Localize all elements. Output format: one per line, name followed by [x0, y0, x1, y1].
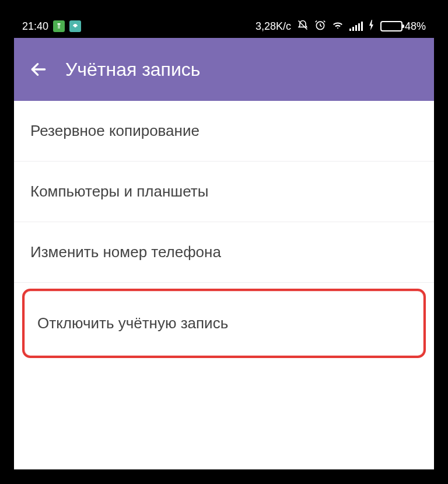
settings-item-change-number[interactable]: Изменить номер телефона [14, 222, 434, 283]
signal-icon [349, 22, 363, 31]
settings-item-backup[interactable]: Резервное копирование [14, 101, 434, 162]
app-header: Учётная запись [14, 38, 434, 101]
settings-item-label: Изменить номер телефона [30, 243, 221, 261]
page-title: Учётная запись [65, 59, 200, 80]
status-left: 21:40 [22, 20, 81, 33]
back-button[interactable] [26, 57, 51, 82]
settings-item-label: Компьютеры и планшеты [30, 183, 208, 200]
status-bar: 21:40 3,28K/c [14, 15, 434, 38]
data-rate: 3,28K/c [256, 20, 291, 33]
phone-screen: 21:40 3,28K/c [14, 15, 434, 469]
settings-item-devices[interactable]: Компьютеры и планшеты [14, 162, 434, 222]
charging-icon [369, 20, 374, 33]
notification-icon-2 [69, 20, 81, 32]
notification-icon [53, 20, 65, 32]
settings-item-label: Отключить учётную запись [37, 314, 228, 332]
alarm-icon [314, 19, 326, 34]
dnd-icon [297, 19, 309, 34]
settings-item-deactivate[interactable]: Отключить учётную запись [22, 289, 426, 358]
battery-percent: 48% [405, 20, 426, 33]
settings-item-label: Резервное копирование [30, 122, 200, 139]
settings-list: Резервное копирование Компьютеры и планш… [14, 101, 434, 358]
wifi-icon [332, 20, 344, 33]
status-time: 21:40 [22, 20, 48, 33]
status-right: 3,28K/c 48% [256, 19, 426, 34]
battery-indicator: 48% [380, 20, 426, 33]
